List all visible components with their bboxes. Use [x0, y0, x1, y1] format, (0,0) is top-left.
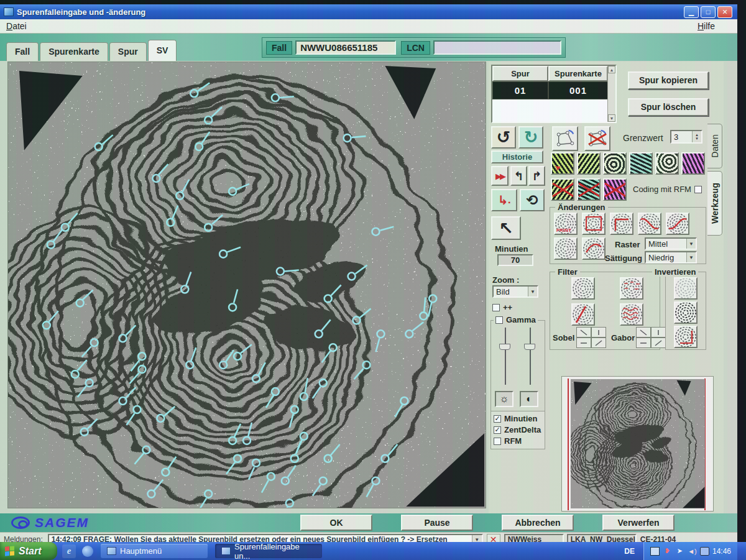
- minutia-marker[interactable]: [229, 289, 237, 311]
- side-tab-daten[interactable]: Daten: [707, 124, 722, 168]
- ok-button[interactable]: OK: [300, 515, 372, 531]
- minutia-marker[interactable]: [199, 490, 212, 508]
- gamma-checkbox[interactable]: Gamma: [494, 315, 538, 324]
- alert-tray-icon[interactable]: ❥: [663, 547, 672, 556]
- tab-spurenkarte[interactable]: Spurenkarte: [40, 42, 108, 61]
- grenzwert-spinner[interactable]: 3 ▲▼: [670, 130, 702, 144]
- itiles-tile-plain[interactable]: [674, 301, 698, 324]
- close-button[interactable]: ✕: [717, 6, 732, 18]
- region-tool-button[interactable]: [552, 126, 578, 151]
- speaker-tray-icon[interactable]: ◄): [688, 547, 697, 556]
- minutia-marker[interactable]: [226, 455, 241, 474]
- minutia-marker[interactable]: [152, 164, 168, 182]
- sobel-diag2-button[interactable]: [591, 337, 606, 348]
- minutia-marker[interactable]: [325, 285, 341, 303]
- quicklaunch-app-icon[interactable]: [82, 546, 93, 557]
- branch-left-button[interactable]: ↰: [510, 166, 527, 186]
- minutia-marker[interactable]: [280, 500, 293, 508]
- minutia-marker[interactable]: [147, 480, 163, 498]
- contrast-slider[interactable]: [518, 328, 541, 385]
- display-tray-icon[interactable]: [650, 547, 660, 556]
- minutia-marker[interactable]: [372, 227, 394, 236]
- minutia-marker[interactable]: [157, 406, 175, 422]
- minutia-marker[interactable]: [277, 268, 299, 275]
- minutia-marker[interactable]: [205, 215, 223, 231]
- image-panel[interactable]: [7, 62, 486, 508]
- minimize-button[interactable]: ▁: [684, 6, 699, 18]
- historie-button[interactable]: Historie: [491, 150, 543, 163]
- checkbox-icon[interactable]: [694, 186, 702, 193]
- minutia-marker[interactable]: [82, 339, 98, 357]
- tab-spur[interactable]: Spur: [109, 42, 147, 61]
- minutia-marker[interactable]: [62, 213, 78, 231]
- minutia-marker[interactable]: [313, 477, 327, 496]
- minutia-marker[interactable]: [366, 477, 379, 497]
- gabor-vert-button[interactable]: [651, 327, 666, 337]
- minutiae-mode-tile-ct4-delete[interactable]: [577, 178, 601, 201]
- window-titlebar[interactable]: Spurenfalleingabe und -änderung ▁ □ ✕: [0, 4, 737, 19]
- spur-kopieren-button[interactable]: Spur kopieren: [628, 71, 709, 90]
- gabor-diag1-button[interactable]: [636, 327, 651, 337]
- zoom-select[interactable]: Bild ▼: [492, 285, 538, 298]
- minutiae-mode-tile-ct4[interactable]: [629, 152, 653, 175]
- minutia-marker[interactable]: [252, 362, 265, 382]
- minutia-marker[interactable]: [186, 347, 196, 369]
- minutia-marker[interactable]: [43, 311, 58, 329]
- col-header-spurenkarte[interactable]: Spurenkarte: [548, 66, 608, 81]
- sobel-vert-button[interactable]: [591, 327, 606, 337]
- brightness-button[interactable]: ☼: [495, 391, 513, 407]
- verwerfen-button[interactable]: Verwerfen: [602, 515, 675, 531]
- trace-table[interactable]: Spur Spurenkarte 01 001 ▲ ▼: [491, 65, 617, 123]
- minutia-marker[interactable]: [229, 184, 249, 195]
- minutia-marker[interactable]: [219, 350, 234, 369]
- overlay-checkbox-zentdelta[interactable]: ✓ZentDelta: [494, 425, 541, 434]
- minutia-marker[interactable]: [353, 308, 371, 324]
- cursor-tray-icon[interactable]: ➤: [675, 547, 684, 556]
- minutia-marker[interactable]: [249, 459, 260, 480]
- chevron-down-icon[interactable]: ▼: [528, 287, 537, 296]
- gabor-direction-buttons[interactable]: [636, 327, 666, 348]
- overlay-checkbox-rfm[interactable]: RFM: [494, 436, 541, 446]
- minutia-marker[interactable]: [282, 466, 296, 485]
- step-forward-button[interactable]: ▶▶: [491, 166, 509, 186]
- lcn-input[interactable]: [433, 40, 561, 55]
- minutia-marker[interactable]: [134, 446, 150, 464]
- language-indicator[interactable]: DE: [624, 547, 635, 556]
- minutia-marker[interactable]: [381, 444, 397, 462]
- task-hauptmenu[interactable]: Hauptmenü: [101, 544, 208, 558]
- minutiae-mode-tile-ct3[interactable]: [603, 152, 627, 175]
- minutia-marker[interactable]: [71, 360, 87, 378]
- ftiles-tile-reddots[interactable]: [620, 277, 643, 300]
- chevron-down-icon[interactable]: ▼: [686, 239, 696, 249]
- pause-button[interactable]: Pause: [401, 515, 473, 531]
- minutia-marker[interactable]: [167, 206, 178, 226]
- minutia-marker[interactable]: [219, 247, 241, 258]
- return-to-marker-button[interactable]: ↳▪: [491, 189, 517, 211]
- minutia-marker[interactable]: [181, 272, 191, 293]
- minutia-marker[interactable]: [76, 290, 93, 306]
- minutiae-mode-tile-ct2-delete[interactable]: [551, 178, 574, 201]
- minutia-marker[interactable]: [325, 444, 340, 462]
- atiles1-tile-sdown[interactable]: [638, 213, 661, 235]
- minutiae-mode-tile-ct2[interactable]: [577, 152, 601, 175]
- minutia-marker[interactable]: [300, 378, 308, 400]
- atiles1-tile-corner[interactable]: [610, 213, 633, 235]
- chevron-down-icon[interactable]: ▼: [686, 252, 696, 262]
- pointer-tool-button[interactable]: ↖: [491, 216, 521, 240]
- scroll-up-icon[interactable]: ▲: [608, 66, 615, 73]
- minutia-marker[interactable]: [322, 344, 337, 362]
- tab-sv[interactable]: SV: [148, 40, 177, 61]
- minutia-marker[interactable]: [47, 230, 62, 249]
- minutia-marker[interactable]: [119, 387, 136, 405]
- undo-button[interactable]: ↺: [491, 126, 516, 149]
- minutia-marker[interactable]: [313, 379, 327, 398]
- atiles1-tile-print[interactable]: PRINT: [554, 213, 578, 235]
- ftiles-tile-plain[interactable]: [571, 277, 595, 300]
- col-header-spur[interactable]: Spur: [492, 66, 548, 81]
- minutia-marker[interactable]: [205, 107, 222, 124]
- slider-handle[interactable]: [499, 344, 510, 350]
- region-delete-button[interactable]: [584, 126, 610, 151]
- checkbox-icon[interactable]: [495, 316, 503, 324]
- scroll-down-icon[interactable]: ▼: [608, 114, 615, 122]
- itiles-tile-cornerbr[interactable]: [674, 326, 698, 348]
